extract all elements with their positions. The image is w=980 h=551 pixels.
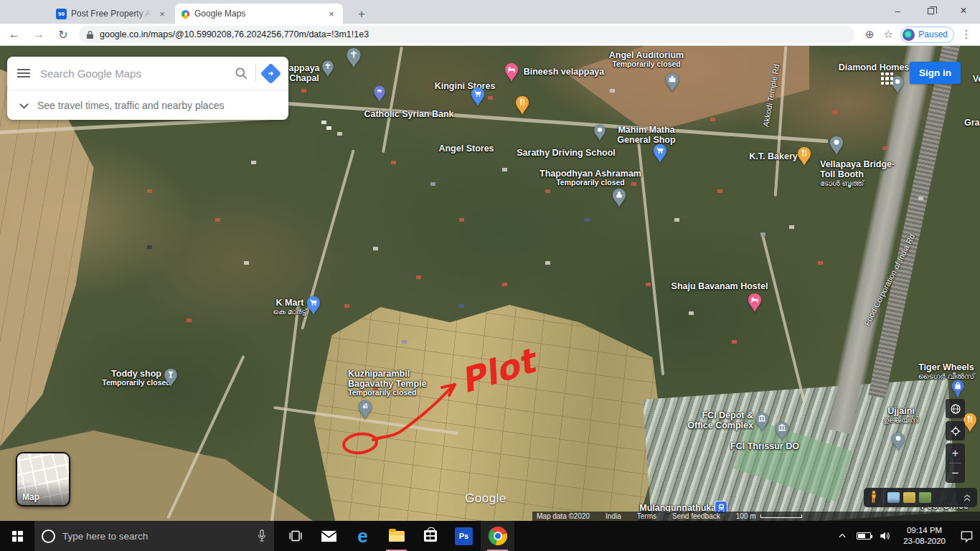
- pin-bineesh-velappaya[interactable]: [504, 62, 519, 85]
- send-feedback-link[interactable]: Send feedback: [672, 512, 720, 520]
- start-button[interactable]: [0, 521, 34, 551]
- label-line: K.T. Bakery: [749, 151, 797, 161]
- label-appaya-chapal[interactable]: appayaChapal: [288, 63, 319, 83]
- pin-thapodhyan-ashramam[interactable]: [612, 188, 626, 211]
- label-shaju-bavanam-hostel[interactable]: Shaju Bavanam Hostel: [672, 281, 768, 291]
- label-vellapaya-bridge[interactable]: Vellapaya Bridge-Toll Boothടോൾ ബൂത്ത്: [820, 159, 895, 188]
- edge-button[interactable]: e: [346, 521, 380, 551]
- label-sarathy-driving-school[interactable]: Sarathy Driving School: [517, 148, 616, 158]
- mail-button[interactable]: [312, 521, 346, 551]
- terms-link[interactable]: Terms: [637, 512, 656, 520]
- imagery-thumb-green[interactable]: [919, 492, 931, 503]
- pin-restaurant-velappaya[interactable]: [515, 95, 529, 118]
- collapse-chevrons-icon[interactable]: [961, 491, 973, 504]
- map-mode-toggle[interactable]: Map: [16, 452, 70, 507]
- taskbar-search-input[interactable]: [62, 531, 250, 542]
- microphone-icon[interactable]: [257, 529, 267, 542]
- bookmark-star-icon[interactable]: ☆: [879, 25, 897, 44]
- task-view-button[interactable]: [278, 521, 312, 551]
- close-tab-icon[interactable]: ×: [326, 8, 337, 19]
- label-thapodhyan-ashramam[interactable]: Thapodhyan AshramamTemporarily closed: [540, 169, 641, 187]
- label-catholic-syrian-bank[interactable]: Catholic Syrian Bank: [364, 109, 453, 119]
- pin-catholic-syrian-bank[interactable]: 300: [374, 85, 386, 105]
- sign-in-button[interactable]: Sign in: [910, 62, 961, 84]
- tab-google-maps[interactable]: Google Maps ×: [175, 4, 343, 24]
- taskbar-search[interactable]: [34, 521, 274, 551]
- label-toddy-shop[interactable]: Toddy shopTemporarily closed: [102, 369, 171, 387]
- zoom-out-button[interactable]: −: [946, 463, 965, 483]
- search-icon[interactable]: [234, 66, 248, 80]
- pin-restaurant-right[interactable]: [963, 413, 977, 435]
- label-gran-fragment: Gran: [964, 118, 980, 128]
- pin-general-shop[interactable]: [653, 143, 667, 166]
- zoom-page-icon[interactable]: ⊕: [860, 25, 879, 44]
- pin-toll-booth[interactable]: [829, 136, 844, 159]
- pin-chapal-church-small[interactable]: [322, 60, 334, 80]
- pin-angel-auditorium[interactable]: [665, 72, 679, 95]
- label-diamond-homes[interactable]: Diamond Homes: [839, 62, 910, 72]
- travel-times-row[interactable]: See travel times, traffic and nearby pla…: [7, 90, 288, 120]
- imagery-thumb-field[interactable]: [903, 492, 915, 503]
- back-button[interactable]: ←: [4, 24, 24, 44]
- pegman-icon[interactable]: [868, 490, 880, 505]
- forward-button[interactable]: →: [29, 24, 49, 44]
- battery-indicator[interactable]: [853, 521, 875, 551]
- label-angel-stores[interactable]: Angel Stores: [438, 143, 494, 154]
- chrome-button[interactable]: [481, 521, 514, 551]
- browser-menu-icon[interactable]: ⋮: [957, 25, 976, 44]
- globe-button[interactable]: [946, 399, 965, 418]
- maps-search-input[interactable]: [40, 67, 227, 80]
- label-kingini-stores[interactable]: Kingini Stores: [435, 81, 496, 91]
- label-kuzhiparambil-temple[interactable]: KuzhiparambilBagavathy TempleTemporarily…: [348, 369, 427, 397]
- minimize-button[interactable]: –: [881, 0, 914, 22]
- my-location-button[interactable]: [946, 421, 965, 441]
- pin-k-mart[interactable]: [306, 296, 321, 319]
- edge-icon: e: [357, 527, 367, 545]
- label-fci-depot[interactable]: FCI Depot &Office Complex: [687, 410, 753, 430]
- new-tab-button[interactable]: +: [353, 6, 370, 23]
- map-data-credit: Map data ©2020: [537, 512, 590, 520]
- close-tab-icon[interactable]: ×: [156, 8, 168, 19]
- action-center-button[interactable]: [953, 521, 980, 551]
- address-bar[interactable]: google.co.in/maps/@10.5990208,76.2024256…: [79, 26, 854, 43]
- menu-icon[interactable]: [17, 69, 30, 77]
- label-tiger-wheels[interactable]: Tiger Wheelsടൈഗർ വീൽസ്: [918, 362, 974, 381]
- label-line: Sarathy Driving School: [517, 148, 616, 158]
- pin-mahim-matha[interactable]: [594, 124, 606, 144]
- label-mahim-matha[interactable]: Mahim MathaGeneral Shop: [617, 125, 675, 145]
- label-kt-bakery[interactable]: K.T. Bakery: [749, 151, 797, 161]
- pin-kingini-stores[interactable]: [471, 87, 485, 110]
- taskbar-clock[interactable]: 09:14 PM 23-08-2020: [896, 525, 953, 547]
- label-ujjaini[interactable]: Ujjainiഉജ്ജയിനി: [884, 406, 919, 425]
- label-line: Bagavathy Temple: [348, 379, 427, 389]
- profile-button[interactable]: Paused: [900, 27, 954, 43]
- label-line: Vellapaya Bridge-: [820, 159, 895, 169]
- pin-bagavathy-temple-om[interactable]: ॐ: [358, 400, 372, 423]
- zoom-in-button[interactable]: +: [946, 443, 965, 463]
- imagery-thumb-coast[interactable]: [887, 492, 900, 503]
- clock-date: 23-08-2020: [903, 536, 946, 547]
- label-ve-fragment: Ve: [973, 74, 980, 84]
- clock-time: 09:14 PM: [903, 525, 946, 536]
- pin-fci-thrissur-do[interactable]: [775, 421, 789, 444]
- label-bineesh-velappaya[interactable]: Bineesh velappaya: [524, 67, 605, 77]
- label-k-mart[interactable]: K Martകെ മാർട്ട്: [273, 298, 307, 316]
- pin-ujjaini[interactable]: [892, 432, 905, 454]
- label-line: ടൈഗർ വീൽസ്: [918, 372, 974, 381]
- reload-button[interactable]: ↻: [53, 24, 73, 44]
- close-window-button[interactable]: ×: [947, 0, 980, 22]
- pin-fci-depot[interactable]: [755, 412, 769, 435]
- volume-button[interactable]: [875, 521, 896, 551]
- label-angel-auditorium[interactable]: Angel AuditoriumTemporarily closed: [609, 50, 684, 69]
- file-explorer-button[interactable]: [380, 521, 413, 551]
- pin-toddy-shop[interactable]: [164, 368, 178, 390]
- photoshop-button[interactable]: Ps: [447, 521, 481, 551]
- pin-chapal-church[interactable]: [347, 47, 362, 72]
- pin-kt-bakery[interactable]: [797, 146, 811, 169]
- store-button[interactable]: [413, 521, 447, 551]
- hidden-icons-button[interactable]: [831, 521, 853, 551]
- tab-property-ads[interactable]: 99 Post Free Property Ads - Sell a Ho ×: [52, 4, 172, 24]
- restore-button[interactable]: [914, 0, 947, 22]
- directions-button[interactable]: [260, 62, 282, 84]
- pin-shaju-bavanam-hostel[interactable]: [748, 293, 762, 316]
